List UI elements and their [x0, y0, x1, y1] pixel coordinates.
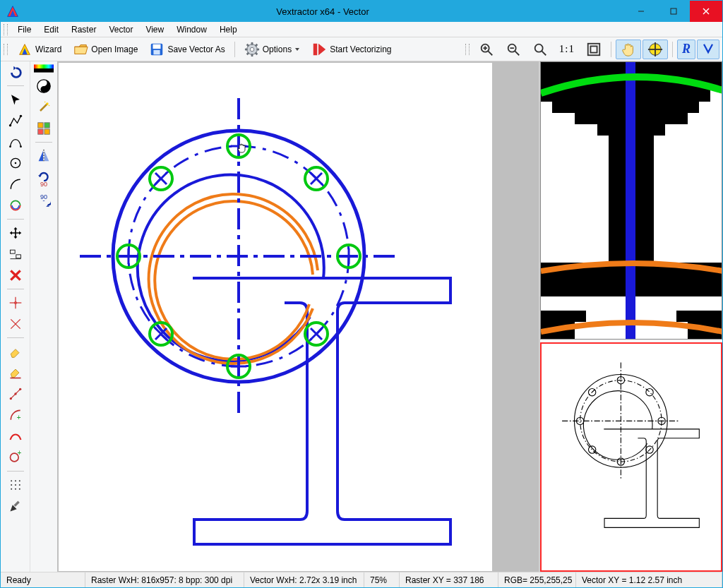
app-icon: [5, 4, 20, 19]
erase-button[interactable]: [6, 342, 25, 361]
toolbar-separator2: [611, 42, 611, 57]
diagonal-button[interactable]: [6, 315, 25, 333]
svg-point-71: [46, 102, 48, 104]
overview-pane[interactable]: [540, 342, 722, 572]
main-toolbar: Wizard Open Image Save Vector As Options…: [1, 37, 722, 61]
wizard-icon: [17, 42, 32, 57]
zoom-1to1-button[interactable]: 1:1: [554, 40, 580, 59]
svg-rect-116: [541, 311, 586, 322]
circle-add-button[interactable]: +: [6, 448, 25, 467]
open-folder-icon: [73, 42, 88, 57]
svg-rect-38: [10, 250, 15, 253]
status-raster: Raster WxH: 816x957: 8 bpp: 300 dpi: [85, 572, 244, 587]
threshold-button[interactable]: [35, 77, 53, 95]
svg-line-13: [246, 44, 249, 46]
menu-help[interactable]: Help: [214, 23, 243, 36]
pen-button[interactable]: [6, 497, 25, 515]
grid-button[interactable]: [6, 476, 25, 494]
drawing-surface[interactable]: [59, 63, 492, 571]
measure-button[interactable]: [6, 385, 25, 403]
titlebar: Vextractor x64 - Vector: [1, 1, 722, 22]
crosshair-button[interactable]: [6, 294, 25, 312]
vector-layer-button[interactable]: [697, 40, 719, 59]
magnifier-pane[interactable]: [540, 61, 722, 340]
svg-line-23: [515, 50, 519, 54]
options-label: Options: [263, 44, 292, 54]
erase-line-button[interactable]: [6, 364, 25, 382]
svg-point-8: [250, 47, 254, 52]
zoom-in-button[interactable]: [474, 40, 499, 59]
app-window: Vextractor x64 - Vector File Edit Raster…: [0, 0, 723, 588]
polyline-button[interactable]: [6, 112, 25, 130]
raster-layer-button[interactable]: R: [677, 40, 695, 59]
arc-add-button[interactable]: +: [6, 406, 25, 424]
color-bar-button[interactable]: [33, 63, 54, 74]
svg-rect-76: [38, 129, 43, 134]
svg-rect-28: [590, 46, 597, 52]
window-buttons: [625, 1, 722, 22]
save-vector-label: Save Vector As: [167, 44, 225, 54]
options-dropdown-icon[interactable]: [294, 47, 300, 52]
svg-point-33: [19, 115, 21, 117]
menubar: File Edit Raster Vector View Window Help: [1, 22, 722, 37]
svg-rect-77: [44, 129, 49, 134]
svg-line-14: [255, 52, 257, 54]
svg-rect-117: [676, 311, 722, 322]
rotate-ccw-button[interactable]: 90: [35, 192, 53, 213]
fit-screen-button[interactable]: [581, 40, 607, 59]
crosshair-target-button[interactable]: [643, 40, 668, 59]
svg-line-26: [542, 50, 546, 54]
preview-panel: [539, 61, 722, 572]
svg-point-51: [14, 392, 16, 395]
svg-text:+: +: [16, 414, 20, 421]
menu-edit[interactable]: Edit: [38, 23, 64, 36]
status-ready: Ready: [1, 572, 85, 587]
select-button[interactable]: [6, 90, 25, 109]
maximize-button[interactable]: [657, 1, 690, 22]
arc-button[interactable]: [6, 175, 25, 193]
play-icon: [311, 42, 327, 57]
circle-button[interactable]: [6, 154, 25, 172]
start-vectorizing-label: Start Vectorizing: [330, 44, 391, 54]
menu-file[interactable]: File: [12, 23, 37, 36]
svg-rect-74: [38, 123, 43, 128]
main-canvas[interactable]: [57, 61, 539, 572]
curve-button[interactable]: [6, 133, 25, 151]
align-button[interactable]: [6, 245, 25, 263]
close-button[interactable]: [690, 1, 722, 22]
open-image-button[interactable]: Open Image: [68, 40, 143, 59]
wand-button[interactable]: [35, 98, 53, 116]
move-button[interactable]: [6, 224, 25, 242]
save-vector-as-button[interactable]: Save Vector As: [144, 40, 229, 59]
svg-point-63: [18, 488, 20, 490]
wizard-button[interactable]: Wizard: [12, 40, 66, 59]
menu-vector[interactable]: Vector: [103, 23, 138, 36]
svg-rect-65: [34, 64, 54, 68]
undo-button[interactable]: [6, 63, 25, 81]
menu-view[interactable]: View: [140, 23, 169, 36]
minimize-button[interactable]: [625, 1, 657, 22]
zoom-area-button[interactable]: [527, 40, 553, 59]
svg-point-57: [18, 480, 20, 481]
svg-line-70: [40, 104, 47, 111]
start-vectorizing-button[interactable]: Start Vectorizing: [306, 40, 396, 59]
toolbar-grip2-icon: [465, 44, 470, 55]
svg-point-131: [588, 446, 595, 453]
zoom-out-button[interactable]: [501, 40, 526, 59]
open-image-label: Open Image: [91, 44, 138, 54]
spiral-button[interactable]: [6, 196, 25, 215]
menu-window[interactable]: Window: [171, 23, 213, 36]
swatch-button[interactable]: [35, 119, 53, 138]
rotate-cw-button[interactable]: 90: [35, 168, 53, 189]
delete-button[interactable]: [6, 266, 25, 284]
hand-tool-icon: [621, 42, 636, 57]
svg-point-55: [11, 480, 12, 481]
options-button[interactable]: Options: [239, 40, 305, 59]
menu-grip-icon: [4, 24, 8, 35]
trace-button[interactable]: [6, 427, 25, 445]
flip-horizontal-button[interactable]: [35, 147, 53, 165]
hand-tool-button[interactable]: [616, 40, 641, 59]
menu-raster[interactable]: Raster: [66, 23, 102, 36]
svg-point-58: [11, 484, 12, 486]
status-vector-xy: Vector XY = 1.12 2.57 inch: [576, 572, 722, 587]
